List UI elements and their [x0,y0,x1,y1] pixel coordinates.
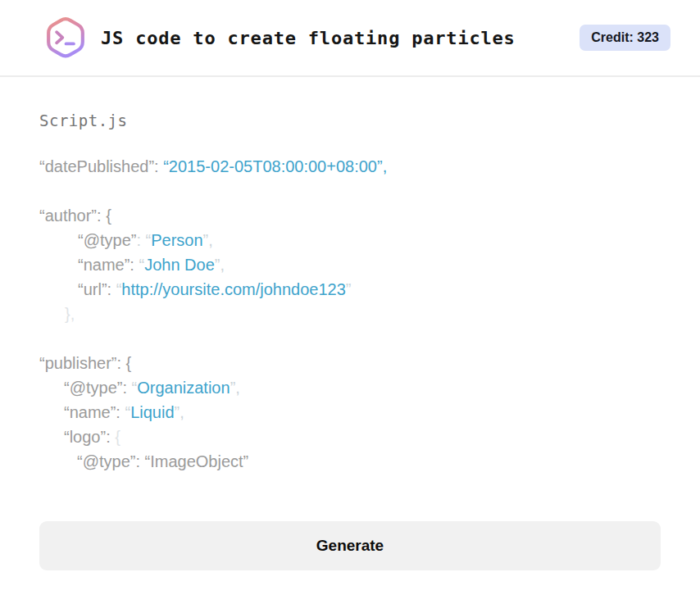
code-segment: ”, [175,403,184,421]
main-content: Script.js “datePublished”: “2015-02-05T0… [0,77,700,570]
code-segment: “name”: [64,403,125,421]
code-segment: }, [65,305,75,323]
code-line: “@type”: “Person”, [39,228,661,252]
code-line: }, [39,302,661,326]
code-line: “@type”: “Organization”, [39,375,661,400]
code-segment: “author”: { [39,207,111,225]
code-block: “datePublished”: “2015-02-05T08:00:00+08… [39,154,661,474]
code-line: “@type”: “ImageObject” [39,449,661,474]
code-segment: Person [151,231,202,249]
credit-badge: Credit: 323 [580,25,670,51]
code-segment: ”, [215,256,225,274]
page-title: JS code to create floating particles [101,28,516,48]
code-line-blank [39,179,661,203]
code-line: “datePublished”: “2015-02-05T08:00:00+08… [39,154,661,179]
code-segment: “@type” [78,231,136,249]
code-line: “logo”: { [39,425,661,449]
code-segment: : [136,231,145,249]
code-line: “author”: { [39,203,661,228]
code-segment: John Doe [144,256,215,274]
code-line-blank [39,326,661,351]
code-segment: Liquid [130,403,174,421]
script-filename: Script.js [39,111,661,129]
code-segment: ”, [203,231,213,249]
code-segment: ” [346,280,352,298]
code-segment: “name”: [78,256,139,274]
code-line: “name”: “Liquid”, [39,400,661,425]
code-line: “publisher”: { [39,351,661,375]
code-segment: “2015-02-05T08:00:00+08:00”, [163,157,387,175]
code-line: “name”: “John Doe”, [39,252,661,277]
code-segment: ”, [230,379,240,397]
code-line: “url”: “http://yoursite.com/johndoe123” [39,277,661,302]
hexagon-outline [48,19,83,56]
app-header: JS code to create floating particles Cre… [0,0,700,77]
code-segment: { [115,428,120,446]
prompt-chevron-icon [57,32,62,43]
generate-button[interactable]: Generate [39,521,661,570]
code-segment: “url”: [78,280,116,298]
code-segment: “datePublished”: [39,157,163,175]
code-segment: “@type”: “ImageObject” [77,452,248,470]
app-window: JS code to create floating particles Cre… [0,0,700,613]
code-segment: Organization [137,379,230,397]
terminal-hexagon-logo-icon [45,15,86,61]
code-segment: “@type”: [64,379,132,397]
code-segment: “publisher”: { [39,354,131,372]
code-segment: http://yoursite.com/johndoe123 [121,280,346,298]
code-segment: “logo”: [64,428,115,446]
